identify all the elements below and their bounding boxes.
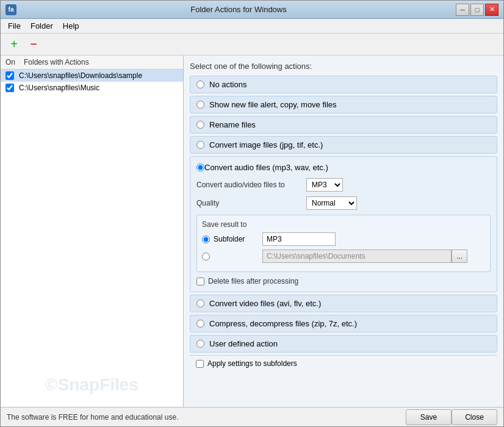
menu-file[interactable]: File	[3, 20, 26, 32]
custom-path-input[interactable]	[262, 249, 452, 263]
folder-path-1: C:\Users\snapfiles\Music	[19, 84, 99, 92]
add-folder-button[interactable]: +	[5, 36, 23, 53]
maximize-button[interactable]: □	[470, 4, 484, 16]
radio-compress[interactable]	[196, 320, 204, 328]
folder-list: C:\Users\snapfiles\Downloads\sample C:\U…	[1, 70, 183, 407]
left-panel: On Folders with Actions C:\Users\snapfil…	[1, 56, 184, 407]
radio-subfolder[interactable]	[202, 235, 210, 243]
delete-checkbox[interactable]	[196, 278, 204, 285]
action-convert-image[interactable]: Convert image files (jpg, tif, etc.)	[190, 136, 497, 154]
subfolder-row: Subfolder	[202, 232, 485, 246]
action-label-convert-image: Convert image files (jpg, tif, etc.)	[209, 140, 323, 149]
main-content: On Folders with Actions C:\Users\snapfil…	[1, 56, 503, 407]
delete-checkbox-row: Delete files after processing	[196, 277, 491, 285]
radio-custom-path[interactable]	[202, 253, 210, 260]
action-label-user-defined: User defined action	[209, 339, 278, 348]
toolbar: + −	[1, 34, 503, 56]
folder-item[interactable]: C:\Users\snapfiles\Music	[1, 82, 183, 94]
folder-item[interactable]: C:\Users\snapfiles\Downloads\sample	[1, 70, 183, 82]
header-folders: Folders with Actions	[24, 58, 178, 66]
folder-checkbox-0[interactable]	[5, 71, 14, 80]
action-label-show-alert: Show new file alert, copy, move files	[209, 100, 337, 109]
menu-help[interactable]: Help	[58, 20, 84, 32]
action-convert-audio: Convert audio files (mp3, wav, etc.) Con…	[190, 156, 497, 292]
remove-folder-button[interactable]: −	[25, 36, 42, 53]
action-label-no-actions: No actions	[209, 80, 247, 89]
radio-convert-video[interactable]	[196, 300, 204, 307]
close-window-button[interactable]: ✕	[485, 4, 499, 16]
action-label-convert-video: Convert video files (avi, flv, etc.)	[209, 299, 321, 308]
header-on: On	[5, 58, 24, 66]
save-result-box: Save result to Subfolder ...	[196, 215, 491, 272]
convert-audio-header[interactable]: Convert audio files (mp3, wav, etc.)	[196, 163, 491, 172]
title-bar: fa Folder Actions for Windows ─ □ ✕	[1, 1, 503, 19]
app-icon: fa	[5, 4, 16, 15]
quality-row: Quality Normal Low High Very High	[196, 196, 491, 210]
quality-label: Quality	[196, 199, 306, 207]
radio-convert-audio[interactable]	[196, 163, 204, 171]
folder-checkbox-1[interactable]	[5, 84, 14, 92]
menu-folder[interactable]: Folder	[26, 20, 58, 32]
delete-label: Delete files after processing	[208, 277, 298, 285]
folder-path-0: C:\Users\snapfiles\Downloads\sample	[19, 71, 142, 80]
radio-convert-image[interactable]	[196, 141, 204, 149]
action-label-convert-audio: Convert audio files (mp3, wav, etc.)	[204, 163, 328, 172]
format-select[interactable]: MP3 WAV OGG AAC WMA	[306, 178, 343, 192]
apply-subfolders-row: Apply settings to subfolders	[190, 355, 497, 371]
action-label-compress: Compress, decompress files (zip, 7z, etc…	[209, 319, 357, 328]
quality-select[interactable]: Normal Low High Very High	[306, 196, 357, 210]
custom-path-row: ...	[202, 249, 485, 263]
right-panel: Select one of the following actions: No …	[184, 56, 503, 407]
menu-bar: File Folder Help	[1, 19, 503, 34]
status-text: The software is FREE for home and educat…	[7, 413, 406, 422]
radio-rename-files[interactable]	[196, 121, 204, 129]
action-convert-video[interactable]: Convert video files (avi, flv, etc.)	[190, 295, 497, 312]
action-user-defined[interactable]: User defined action	[190, 335, 497, 353]
window-title: Folder Actions for Windows	[21, 5, 456, 14]
folder-list-header: On Folders with Actions	[1, 56, 183, 70]
save-result-title: Save result to	[202, 220, 485, 229]
status-bar: The software is FREE for home and educat…	[1, 407, 503, 426]
action-compress[interactable]: Compress, decompress files (zip, 7z, etc…	[190, 315, 497, 332]
action-label-rename-files: Rename files	[209, 120, 256, 129]
radio-show-alert[interactable]	[196, 101, 204, 109]
apply-subfolders-checkbox[interactable]	[196, 360, 204, 368]
window-controls: ─ □ ✕	[456, 4, 499, 16]
radio-user-defined[interactable]	[196, 340, 204, 348]
close-button[interactable]: Close	[452, 409, 497, 425]
format-row: Convert audio/video files to MP3 WAV OGG…	[196, 178, 491, 192]
browse-button[interactable]: ...	[452, 249, 467, 263]
main-window: fa Folder Actions for Windows ─ □ ✕ File…	[0, 0, 504, 427]
action-show-alert[interactable]: Show new file alert, copy, move files	[190, 96, 497, 113]
radio-no-actions[interactable]	[196, 81, 204, 88]
apply-subfolders-label: Apply settings to subfolders	[207, 359, 297, 368]
subfolder-input[interactable]	[262, 232, 336, 246]
action-no-actions[interactable]: No actions	[190, 76, 497, 93]
actions-instruction: Select one of the following actions:	[190, 62, 497, 71]
minimize-button[interactable]: ─	[456, 4, 469, 16]
action-rename-files[interactable]: Rename files	[190, 116, 497, 134]
subfolder-label: Subfolder	[214, 235, 262, 243]
save-button[interactable]: Save	[406, 409, 452, 425]
format-label: Convert audio/video files to	[196, 181, 306, 189]
